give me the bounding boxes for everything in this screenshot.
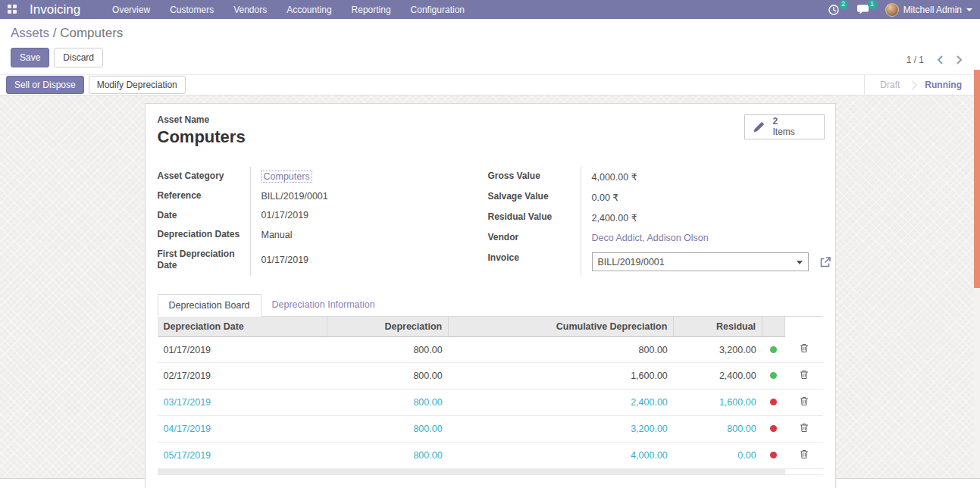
nav-item-vendors[interactable]: Vendors [233, 5, 267, 15]
discard-button[interactable]: Discard [54, 48, 103, 67]
residual-value-value[interactable]: 2,400.00 ₹ [581, 208, 831, 228]
asset-name-label: Asset Name [158, 114, 823, 125]
apps-grid-square [13, 5, 17, 8]
delete-row-icon[interactable] [800, 396, 809, 406]
delete-row-icon[interactable] [800, 343, 809, 353]
cell-date[interactable]: 02/17/2019 [158, 363, 327, 389]
table-row[interactable]: 01/17/2019 800.00 800.00 3,200.00 [158, 336, 823, 363]
nav-item-configuration[interactable]: Configuration [411, 5, 465, 15]
table-row[interactable]: 05/17/2019 800.00 4,000.00 0.00 [158, 443, 823, 469]
delete-row-icon[interactable] [800, 449, 809, 459]
column-depreciation[interactable]: Depreciation [327, 317, 449, 337]
delete-row-icon[interactable] [800, 423, 809, 433]
cell-residual[interactable]: 3,200.00 [674, 336, 762, 363]
breadcrumb-assets-link[interactable]: Assets [11, 26, 49, 40]
statusbar: Sell or Dispose Modify Depreciation Draf… [0, 74, 980, 95]
status-step-draft[interactable]: Draft [868, 80, 912, 90]
invoice-select[interactable]: BILL/2019/0001 [592, 252, 809, 271]
user-menu[interactable]: Mitchell Admin [885, 3, 972, 17]
salvage-value-value[interactable]: 0.00 ₹ [581, 187, 831, 208]
modify-depreciation-button[interactable]: Modify Depreciation [89, 76, 186, 94]
activities-button[interactable]: 2 [828, 4, 841, 16]
depreciation-dates-value[interactable]: Manual [250, 225, 479, 245]
vendor-label: Vendor [488, 228, 581, 249]
column-residual[interactable]: Residual [674, 317, 762, 337]
statusbar-buttons: Sell or Dispose Modify Depreciation [6, 76, 186, 94]
cell-cumulative[interactable]: 4,000.00 [449, 443, 674, 469]
cell-residual[interactable]: 2,400.00 [674, 363, 762, 389]
pencil-icon [753, 120, 766, 133]
breadcrumb-separator: / [49, 26, 60, 40]
column-depreciation-date[interactable]: Depreciation Date [158, 317, 327, 337]
sell-or-dispose-button[interactable]: Sell or Dispose [6, 76, 84, 94]
items-stat-text: 2 Items [773, 117, 795, 138]
tab-depreciation-information[interactable]: Depreciation Information [261, 294, 386, 316]
nav-item-reporting[interactable]: Reporting [352, 5, 391, 15]
cell-depreciation[interactable]: 800.00 [327, 416, 449, 443]
apps-menu-icon[interactable] [8, 5, 17, 14]
cell-date[interactable]: 01/17/2019 [158, 336, 327, 363]
column-cumulative-depreciation[interactable]: Cumulative Depreciation [449, 317, 674, 337]
asset-category-value[interactable]: Computers [261, 170, 312, 183]
cell-depreciation[interactable]: 800.00 [327, 443, 449, 469]
cell-residual[interactable]: 1,600.00 [674, 389, 762, 416]
cell-residual[interactable]: 0.00 [674, 443, 762, 469]
reference-value[interactable]: BILL/2019/0001 [250, 186, 479, 206]
vendor-value[interactable]: Deco Addict, Addison Olson [592, 233, 709, 243]
tab-depreciation-board[interactable]: Depreciation Board [158, 294, 261, 317]
cell-cumulative[interactable]: 1,600.00 [449, 363, 674, 389]
cell-date[interactable]: 03/17/2019 [158, 389, 327, 416]
form-sheet: 2 Items Asset Name Computers Asset Categ… [145, 103, 836, 488]
apps-grid-square [8, 5, 11, 8]
cell-residual[interactable]: 800.00 [674, 416, 762, 443]
invoice-label: Invoice [488, 249, 581, 276]
pager-previous-icon[interactable] [936, 55, 944, 64]
table-row[interactable]: 02/17/2019 800.00 1,600.00 2,400.00 [158, 363, 823, 389]
nav-right: 2 1 Mitchell Admin [828, 3, 972, 17]
unposted-status-dot [770, 399, 777, 405]
avatar [885, 3, 899, 17]
user-name: Mitchell Admin [903, 5, 962, 15]
scrollbar-thumb[interactable] [974, 70, 980, 288]
status-step-running[interactable]: Running [913, 80, 974, 90]
cell-cumulative[interactable]: 800.00 [449, 336, 674, 363]
gross-value-label: Gross Value [488, 167, 581, 187]
cell-depreciation[interactable]: 800.00 [327, 389, 449, 416]
save-button[interactable]: Save [11, 48, 49, 67]
pager-next-icon[interactable] [956, 55, 963, 64]
scrollbar-track[interactable] [974, 70, 980, 477]
unposted-status-dot [770, 452, 777, 458]
first-depreciation-date-value[interactable]: 01/17/2019 [250, 245, 479, 276]
nav-item-overview[interactable]: Overview [112, 5, 150, 15]
apps-grid-square [13, 10, 17, 14]
delete-row-icon[interactable] [800, 370, 809, 380]
date-value[interactable]: 01/17/2019 [250, 206, 479, 226]
depreciation-board-table: Depreciation Date Depreciation Cumulativ… [158, 317, 823, 476]
column-actions [785, 317, 823, 337]
messages-button[interactable]: 1 [856, 4, 870, 16]
app-name[interactable]: Invoicing [30, 2, 80, 17]
cell-cumulative[interactable]: 2,400.00 [449, 389, 674, 416]
asset-name[interactable]: Computers [158, 127, 823, 147]
select-caret-icon [797, 261, 803, 264]
table-footer-strip [158, 469, 823, 475]
table-row[interactable]: 03/17/2019 800.00 2,400.00 1,600.00 [158, 389, 823, 416]
activity-badge: 2 [839, 0, 848, 9]
clock-icon [828, 4, 840, 16]
items-stat-button[interactable]: 2 Items [744, 114, 825, 139]
external-link-icon[interactable] [819, 256, 831, 268]
nav-item-accounting[interactable]: Accounting [286, 5, 331, 15]
control-panel-buttons: Save Discard [11, 48, 969, 67]
cell-depreciation[interactable]: 800.00 [327, 363, 449, 389]
pager: 1 / 1 [906, 55, 963, 65]
cell-cumulative[interactable]: 3,200.00 [449, 416, 674, 443]
cell-date[interactable]: 04/17/2019 [158, 416, 327, 443]
posted-status-dot [770, 346, 777, 353]
cell-depreciation[interactable]: 800.00 [327, 336, 449, 363]
items-label: Items [773, 127, 795, 138]
nav-item-customers[interactable]: Customers [170, 5, 214, 15]
table-row[interactable]: 04/17/2019 800.00 3,200.00 800.00 [158, 416, 823, 443]
cell-date[interactable]: 05/17/2019 [158, 443, 327, 469]
posted-status-dot [770, 372, 777, 379]
gross-value-value[interactable]: 4,000.00 ₹ [581, 167, 831, 187]
